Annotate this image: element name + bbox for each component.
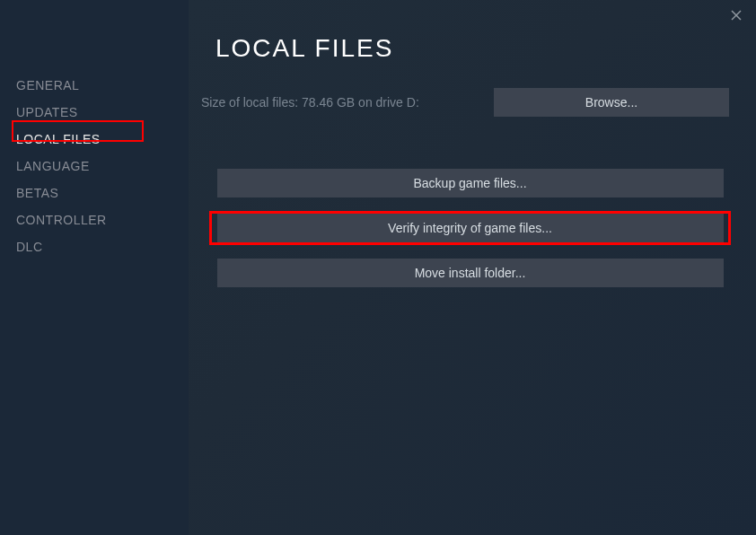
backup-game-files-button[interactable]: Backup game files... (217, 169, 724, 197)
size-text: Size of local files: 78.46 GB on drive D… (201, 95, 419, 110)
sidebar-item-updates[interactable]: UPDATES (16, 99, 189, 126)
browse-button[interactable]: Browse... (494, 88, 729, 117)
sidebar-item-controller[interactable]: CONTROLLER (16, 206, 189, 233)
verify-button-wrap: Verify integrity of game files... (211, 214, 729, 242)
sidebar-item-general[interactable]: GENERAL (16, 72, 189, 99)
close-button[interactable] (727, 7, 745, 25)
sidebar: GENERAL UPDATES LOCAL FILES LANGUAGE BET… (0, 0, 189, 535)
main-panel: LOCAL FILES Size of local files: 78.46 G… (189, 0, 756, 535)
page-title: LOCAL FILES (189, 0, 756, 63)
close-icon (731, 8, 742, 24)
sidebar-item-local-files[interactable]: LOCAL FILES (16, 126, 189, 153)
move-install-folder-button[interactable]: Move install folder... (217, 259, 724, 287)
size-row: Size of local files: 78.46 GB on drive D… (189, 63, 756, 117)
sidebar-item-dlc[interactable]: DLC (16, 233, 189, 260)
sidebar-item-betas[interactable]: BETAS (16, 180, 189, 206)
buttons-stack: Backup game files... Verify integrity of… (189, 117, 756, 287)
sidebar-item-language[interactable]: LANGUAGE (16, 153, 189, 180)
verify-integrity-button[interactable]: Verify integrity of game files... (217, 214, 724, 242)
